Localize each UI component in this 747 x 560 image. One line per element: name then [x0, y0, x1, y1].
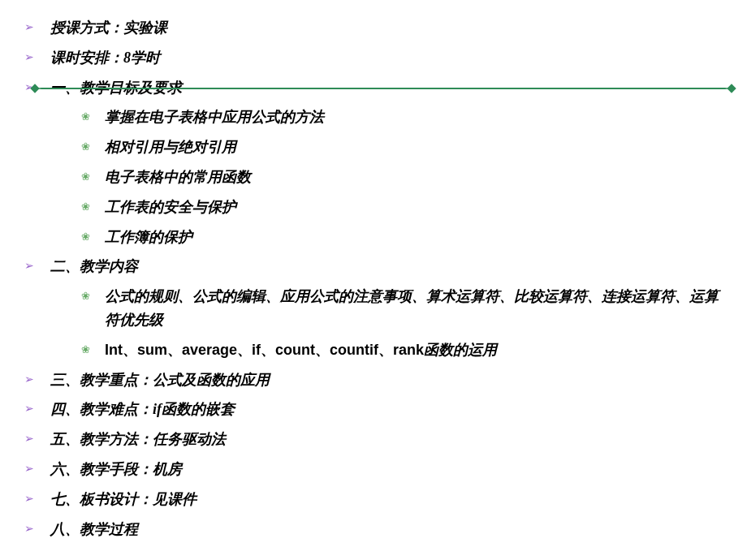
outline-sub-item: ❀工作表的安全与保护 — [81, 196, 723, 219]
flower-bullet-icon: ❀ — [81, 199, 90, 216]
main-item-text: 七、板书设计：见课件 — [50, 488, 196, 511]
main-item-text: 五、教学方法：任务驱动法 — [50, 428, 226, 451]
arrow-bullet-icon: ➢ — [24, 459, 34, 477]
main-item-text: 二、教学内容 — [50, 255, 138, 278]
main-item-text: 授课方式：实验课 — [50, 16, 167, 40]
outline-main-item: ➢五、教学方法：任务驱动法 — [24, 428, 723, 451]
outline-sub-item: ❀Int、sum、average、if、count、countif、rank函数… — [81, 338, 723, 362]
outline-main-item: ➢七、板书设计：见课件 — [24, 488, 723, 511]
sub-item-text: 掌握在电子表格中应用公式的方法 — [105, 106, 324, 129]
sub-item-text: 工作表的安全与保护 — [105, 196, 236, 219]
outline-main-item: ➢三、教学重点：公式及函数的应用 — [24, 368, 723, 392]
sub-item-text: Int、sum、average、if、count、countif、rank函数的… — [105, 338, 497, 362]
outline-sub-item: ❀掌握在电子表格中应用公式的方法 — [81, 106, 723, 129]
flower-bullet-icon: ❀ — [81, 139, 90, 156]
arrow-bullet-icon: ➢ — [24, 48, 34, 66]
outline-main-item: ➢二、教学内容 — [24, 255, 723, 278]
outline-main-item: ➢授课方式：实验课 — [24, 16, 723, 40]
outline-content: ➢授课方式：实验课➢课时安排：8学时➢一、教学目标及要求❀掌握在电子表格中应用公… — [24, 16, 723, 541]
arrow-bullet-icon: ➢ — [24, 429, 34, 447]
outline-main-item: ➢四、教学难点：if函数的嵌套 — [24, 398, 723, 421]
flower-bullet-icon: ❀ — [81, 342, 90, 359]
arrow-bullet-icon: ➢ — [24, 370, 34, 388]
outline-main-item: ➢六、教学手段：机房 — [24, 458, 723, 481]
decorative-divider — [35, 88, 732, 89]
flower-bullet-icon: ❀ — [81, 229, 90, 246]
arrow-bullet-icon: ➢ — [24, 489, 34, 507]
outline-main-item: ➢八、教学过程 — [24, 518, 723, 541]
main-item-text: 六、教学手段：机房 — [50, 458, 182, 481]
sub-item-text: 电子表格中的常用函数 — [105, 166, 251, 189]
outline-sub-item: ❀工作簿的保护 — [81, 226, 723, 249]
sub-item-text: 相对引用与绝对引用 — [105, 136, 236, 159]
arrow-bullet-icon: ➢ — [24, 519, 34, 537]
flower-bullet-icon: ❀ — [81, 288, 90, 305]
outline-sub-item: ❀电子表格中的常用函数 — [81, 166, 723, 189]
outline-main-item: ➢课时安排：8学时 — [24, 46, 723, 70]
main-item-text: 八、教学过程 — [50, 518, 138, 541]
outline-sub-item: ❀相对引用与绝对引用 — [81, 136, 723, 159]
main-item-text: 四、教学难点：if函数的嵌套 — [50, 398, 235, 421]
flower-bullet-icon: ❀ — [81, 109, 90, 126]
main-item-text: 课时安排：8学时 — [50, 46, 160, 70]
arrow-bullet-icon: ➢ — [24, 399, 34, 417]
sub-item-text: 工作簿的保护 — [105, 226, 192, 249]
outline-sub-item: ❀公式的规则、公式的编辑、应用公式的注意事项、算术运算符、比较运算符、连接运算符… — [81, 285, 723, 332]
sub-item-text: 公式的规则、公式的编辑、应用公式的注意事项、算术运算符、比较运算符、连接运算符、… — [105, 285, 723, 332]
flower-bullet-icon: ❀ — [81, 169, 90, 186]
arrow-bullet-icon: ➢ — [24, 256, 34, 274]
main-item-text: 三、教学重点：公式及函数的应用 — [50, 368, 270, 392]
arrow-bullet-icon: ➢ — [24, 18, 34, 36]
